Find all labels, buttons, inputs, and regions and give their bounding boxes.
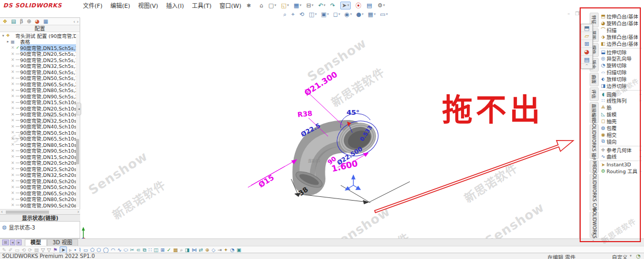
toolbar-icon[interactable]: ⚑ [53,247,57,253]
toolbar-icon[interactable]: ▣ [237,247,242,253]
command-item[interactable]: ⬒ 拉伸凸台/基体 [600,13,642,19]
view-tool-button[interactable]: ◻▾ [333,11,340,18]
toolbar-button[interactable]: ↷ [330,2,335,9]
tab-scroll-button[interactable]: ◂ [10,240,15,245]
pin-icon[interactable]: ✱ [246,3,251,8]
caret-icon[interactable]: ▾ [383,3,385,7]
task-pane-tab-icon[interactable]: ▤ [581,56,592,64]
command-manager-tab[interactable]: 评估 [590,87,599,101]
flyout-arrow-icon[interactable]: ▸ [640,169,642,173]
menu-item[interactable]: 视图(V) [138,1,158,9]
menu-item[interactable]: 窗口(W) [219,1,241,9]
command-item[interactable]: ⟁ 筋 [600,104,642,111]
toolbar-button[interactable]: ⚙▾ [377,2,385,9]
flyout-arrow-icon[interactable]: ▸ [640,92,642,96]
toolbar-icon[interactable]: ▦ [173,247,178,253]
toolbar-button[interactable]: ◱▾ [281,2,289,9]
caret-icon[interactable]: ▾ [362,12,364,16]
tree-horizontal-scrollbar[interactable]: ‹ › [0,209,80,214]
graphics-area[interactable] [0,0,644,259]
tabs-scroll-down-icon[interactable]: v [591,233,594,237]
view-tool-button[interactable]: ◫▾ [309,11,317,18]
flyout-arrow-icon[interactable]: ▸ [640,154,642,158]
configurationmanager-tab-icon[interactable]: β [20,18,23,24]
toolbar-icon[interactable]: ◫ [153,247,158,253]
dimension-label[interactable]: Ø22.5 [300,122,322,138]
caret-icon[interactable]: ▾ [327,12,329,16]
document-tab[interactable]: 模型 [25,239,47,246]
caret-icon[interactable]: ▾ [300,3,302,7]
toolbar-icon[interactable]: ⊞ [160,247,165,253]
toolbar-button[interactable]: ▢▾ [268,2,276,9]
palette-collapse-icon[interactable]: ^ [581,64,592,68]
view-tool-button[interactable]: ▣▾ [321,11,329,18]
command-item[interactable]: ◻ 抽壳 [600,117,642,124]
task-pane-tab-icon[interactable]: ◕ [581,48,592,56]
toolbar-icon[interactable]: ✎ [2,247,6,253]
toolbar-icon[interactable]: ◇ [212,247,215,253]
caret-icon[interactable]: ▾ [324,3,326,7]
tree-scroll-up-icon[interactable]: ^ [72,34,75,38]
toolbar-icon[interactable]: ◨ [185,247,190,253]
tree-scroll-down-icon[interactable]: v [73,203,75,208]
command-manager-tab[interactable]: SOLIDWORKS 插件 [590,124,599,159]
toolbar-icon[interactable]: ◠ [111,247,115,253]
task-pane-tab-icon[interactable]: ⬒ [581,24,592,32]
featuremanager-tab-icon[interactable]: ❖ [3,18,7,24]
menu-item[interactable]: 文件(F) [83,1,102,9]
toolbar-icon[interactable]: ▭ [83,247,88,253]
caret-icon[interactable]: ▾ [274,3,276,7]
caret-icon[interactable]: ▾ [350,12,352,16]
toolbar-icon[interactable]: • [74,247,77,253]
toolbar-icon[interactable]: ⬭ [123,247,128,253]
caret-icon[interactable]: ▾ [339,12,341,16]
toolbar-icon[interactable]: ⇥ [217,247,222,253]
caret-icon[interactable]: ▾ [630,254,632,258]
toolbar-button[interactable]: ↶▾ [318,2,325,9]
toolbar-icon[interactable]: ✦ [224,247,228,253]
toolbar-icon[interactable]: ⧉ [143,247,147,253]
toolbar-icon[interactable]: ▤ [34,247,39,253]
menu-item[interactable]: 工具(T) [192,1,212,9]
flyout-arrow-icon[interactable]: ▸ [640,98,642,102]
command-item[interactable]: ∿ 曲线 ▸ [600,153,642,160]
toolbar-icon[interactable]: ⊂ [137,247,141,253]
menu-item[interactable]: 插入(I) [166,1,184,9]
command-item[interactable]: ◔ 旋转切除 [600,62,642,68]
command-item[interactable]: ◕ 旋转凸台/基体 [600,19,642,26]
caret-icon[interactable]: ▾ [386,12,388,16]
toolbar-icon[interactable]: ✂ [130,247,134,253]
command-item[interactable]: ◎ 异型孔向导 [600,55,642,62]
tree-item[interactable]: ✕ — 90度弯管,DN90,Sch20s,4 [0,202,76,208]
dimension-label[interactable]: R38 [297,109,313,119]
toolbar-icon[interactable]: ▭ [15,247,20,253]
panel-collapse-arrow[interactable]: ◂ [76,103,81,115]
custom-status-selector[interactable]: 自定义 [612,253,628,259]
command-item[interactable]: ◧ 边界凸台/基体 [600,40,642,47]
command-item[interactable]: ∷ 线性阵列 ▸ [600,97,642,104]
document-tab[interactable]: 3D 视图 [47,239,78,246]
caret-icon[interactable]: ▾ [287,3,289,7]
toolbar-icon[interactable]: ⋈ [192,247,197,253]
view-tool-button[interactable]: ⟲ [299,11,304,18]
toolbar-icon[interactable]: ⇄ [199,247,203,253]
toolbar-icon[interactable]: ⊕ [205,247,209,253]
expander-icon[interactable]: ▾ [1,34,5,38]
dimension-label[interactable]: 0.533 [359,124,373,142]
tab-scroll-button[interactable]: ▸ [16,240,22,245]
tree-item[interactable]: ▾ ❖ 弯头测试 配置 (90度弯管,DN15, [0,33,76,39]
toolbar-icon[interactable]: ⟳ [28,247,32,253]
command-manager-tab[interactable]: 直接编辑 [590,102,599,123]
view-tool-button[interactable]: ⌖ [291,11,295,18]
toolbar-icon[interactable]: ∷ [148,247,151,253]
toolbar-icon[interactable]: ➤ [60,246,67,253]
command-item[interactable]: ⬓ 拉伸切除 [600,48,642,55]
dimension-label[interactable]: 连接点2 [308,158,321,163]
toolbar-icon[interactable]: ▽ [47,247,51,253]
command-item[interactable]: ⧉ 镜向 [600,138,642,145]
task-pane-tab-icon[interactable]: ⊞ [581,40,592,48]
toolbar-button[interactable]: ⌂ [259,2,264,9]
toolbar-button[interactable]: ⦿ [355,1,362,9]
tab-scroll-button[interactable]: ⊞ [2,240,9,245]
scrollbar-thumb[interactable] [6,211,49,214]
